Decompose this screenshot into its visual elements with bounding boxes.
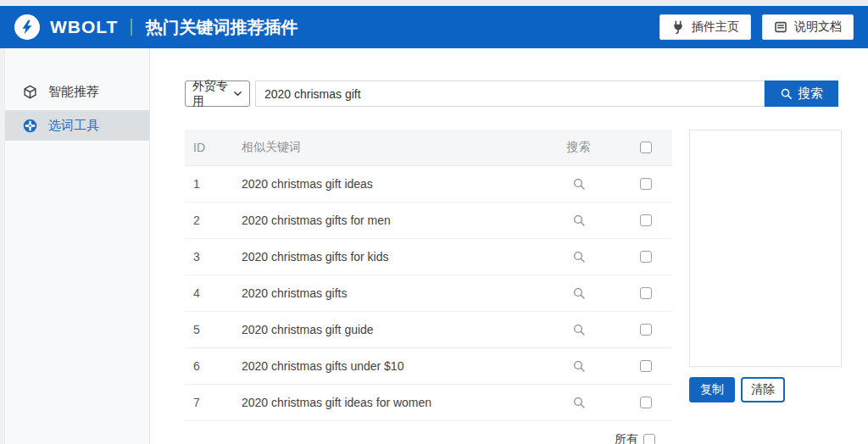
- main-content: 外贸专用 搜索 ID 相似关键词 搜索: [150, 48, 868, 444]
- row-search-cell: [538, 359, 619, 373]
- col-header-id: ID: [185, 141, 233, 154]
- row-checkbox[interactable]: [640, 178, 652, 190]
- table-row: 7 2020 christmas gift ideas for women: [185, 385, 672, 421]
- document-icon: [774, 20, 787, 34]
- row-checkbox-cell: [619, 360, 672, 372]
- select-all-label: 所有: [615, 432, 638, 444]
- row-keyword: 2020 christmas gift ideas: [233, 177, 538, 191]
- search-icon[interactable]: [572, 177, 586, 191]
- row-id: 3: [185, 250, 233, 264]
- row-id: 4: [185, 286, 233, 300]
- page-body: 智能推荐 选词工具 外贸专用: [0, 48, 868, 444]
- content-row: ID 相似关键词 搜索 1 2020 christmas gift ideas …: [185, 130, 868, 444]
- row-id: 2: [185, 214, 233, 227]
- row-checkbox-cell: [619, 251, 672, 263]
- category-select[interactable]: 外贸专用: [185, 80, 250, 107]
- sidebar-item-label: 智能推荐: [48, 84, 99, 100]
- row-keyword: 2020 christmas gifts for kids: [233, 250, 538, 264]
- row-checkbox-cell: [619, 178, 672, 190]
- search-icon[interactable]: [572, 323, 586, 336]
- select-all-checkbox[interactable]: [643, 434, 655, 444]
- search-icon[interactable]: [572, 250, 586, 264]
- table-footer: 所有: [185, 421, 672, 444]
- sidebar-item-word-tool[interactable]: 选词工具: [5, 110, 149, 141]
- selection-panel: 复制 清除: [689, 130, 842, 444]
- search-icon: [780, 87, 793, 100]
- row-checkbox-cell: [619, 397, 672, 408]
- row-checkbox[interactable]: [640, 214, 652, 226]
- row-checkbox[interactable]: [640, 251, 652, 263]
- category-selected-value: 外贸专用: [192, 79, 233, 109]
- row-search-cell: [538, 286, 619, 300]
- row-search-cell: [538, 250, 619, 264]
- top-strip: [0, 0, 868, 6]
- row-checkbox[interactable]: [640, 397, 652, 408]
- header-divider: [131, 19, 132, 36]
- chevron-down-icon: [233, 89, 242, 98]
- sidebar-item-label: 选词工具: [48, 118, 99, 134]
- table-row: 5 2020 christmas gift guide: [185, 312, 672, 348]
- search-button[interactable]: 搜索: [765, 80, 838, 107]
- clear-button[interactable]: 清除: [741, 377, 785, 402]
- keyword-table: ID 相似关键词 搜索 1 2020 christmas gift ideas …: [185, 130, 672, 444]
- select-all-header-checkbox[interactable]: [640, 142, 652, 153]
- wbolt-logo-icon: [14, 14, 40, 40]
- plug-icon: [671, 20, 685, 34]
- search-button-label: 搜索: [798, 86, 823, 102]
- brand-name: WBOLT: [50, 17, 118, 37]
- selected-keywords-box[interactable]: [689, 130, 842, 367]
- table-header-row: ID 相似关键词 搜索: [185, 130, 672, 166]
- row-checkbox-cell: [619, 287, 672, 299]
- row-search-cell: [538, 177, 619, 191]
- search-icon[interactable]: [572, 359, 586, 373]
- docs-label: 说明文档: [794, 19, 842, 35]
- row-checkbox-cell: [619, 324, 672, 336]
- table-row: 4 2020 christmas gifts: [185, 275, 672, 312]
- app-header: WBOLT 热门关键词推荐插件 插件主页 说明文档: [0, 6, 868, 48]
- search-icon[interactable]: [572, 396, 586, 409]
- row-search-cell: [538, 396, 619, 409]
- keyword-search-input[interactable]: [255, 80, 765, 107]
- page-title: 热门关键词推荐插件: [145, 16, 298, 39]
- row-keyword: 2020 christmas gifts: [233, 286, 538, 300]
- row-keyword: 2020 christmas gifts under $10: [233, 359, 538, 373]
- row-keyword: 2020 christmas gift ideas for women: [233, 396, 538, 409]
- row-checkbox[interactable]: [640, 324, 652, 336]
- target-icon: [23, 119, 37, 133]
- table-row: 6 2020 christmas gifts under $10: [185, 348, 672, 385]
- search-icon[interactable]: [572, 286, 586, 300]
- plugin-home-button[interactable]: 插件主页: [659, 14, 751, 40]
- table-row: 2 2020 christmas gifts for men: [185, 203, 672, 239]
- panel-buttons: 复制 清除: [689, 377, 842, 402]
- row-search-cell: [538, 214, 619, 227]
- search-bar: 外贸专用 搜索: [185, 80, 868, 107]
- sidebar-item-smart-recommend[interactable]: 智能推荐: [5, 76, 149, 107]
- row-keyword: 2020 christmas gift guide: [233, 323, 538, 336]
- row-search-cell: [538, 323, 619, 336]
- row-id: 6: [185, 359, 233, 373]
- row-id: 1: [185, 177, 233, 191]
- docs-button[interactable]: 说明文档: [762, 14, 854, 40]
- row-checkbox-cell: [619, 214, 672, 226]
- row-id: 7: [185, 396, 233, 409]
- cube-icon: [23, 85, 37, 99]
- plugin-home-label: 插件主页: [692, 19, 739, 35]
- header-buttons: 插件主页 说明文档: [659, 14, 854, 40]
- table-body: 1 2020 christmas gift ideas 2 2020 chris…: [185, 166, 672, 421]
- col-header-search: 搜索: [538, 140, 619, 155]
- row-id: 5: [185, 323, 233, 336]
- col-header-keyword: 相似关键词: [233, 140, 538, 155]
- header-checkbox-cell: [619, 142, 672, 153]
- row-checkbox[interactable]: [640, 287, 652, 299]
- row-keyword: 2020 christmas gifts for men: [233, 214, 538, 227]
- row-checkbox[interactable]: [640, 360, 652, 372]
- copy-button[interactable]: 复制: [689, 377, 735, 402]
- table-row: 1 2020 christmas gift ideas: [185, 166, 672, 203]
- sidebar: 智能推荐 选词工具: [0, 48, 150, 444]
- search-icon[interactable]: [572, 214, 586, 227]
- table-row: 3 2020 christmas gifts for kids: [185, 239, 672, 275]
